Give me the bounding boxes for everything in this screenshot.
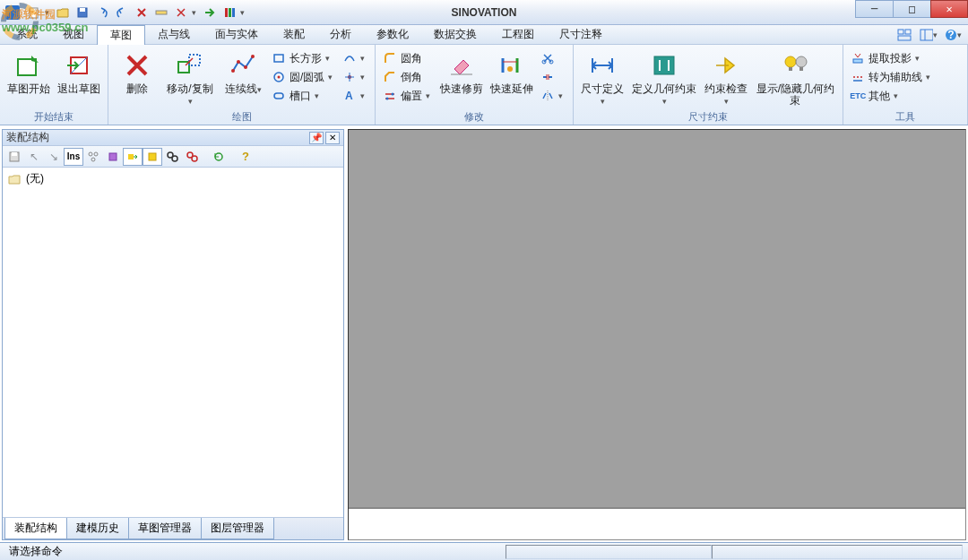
menu-analysis[interactable]: 分析 (317, 25, 364, 44)
fillet-button[interactable]: 圆角 (381, 49, 435, 67)
constraint-check-button[interactable]: 约束检查▾ (703, 49, 749, 109)
save-icon[interactable] (4, 148, 24, 166)
arrow2-icon[interactable]: ↘ (44, 148, 64, 166)
extract-proj-button[interactable]: 提取投影▾ (849, 49, 935, 67)
ins-button[interactable]: Ins (64, 148, 83, 166)
circle-arc-button[interactable]: 圆/圆弧▾ (270, 68, 337, 86)
goto-icon[interactable] (123, 148, 143, 166)
quick-trim-button[interactable]: 快速修剪 (438, 49, 485, 97)
qat-ruler-icon[interactable] (152, 4, 170, 22)
chamfer-button[interactable]: 倒角 (381, 68, 435, 86)
menu-drawing[interactable]: 工程图 (489, 25, 547, 44)
sketch-exit-button[interactable]: 退出草图 (56, 49, 102, 97)
tab-layer-manager[interactable]: 图层管理器 (201, 518, 274, 539)
qat-redo-icon[interactable] (113, 4, 131, 22)
delete-icon (123, 51, 151, 80)
qat-new-icon[interactable] (25, 4, 43, 22)
pin-icon[interactable]: 📌 (309, 132, 324, 144)
tab-sketch-manager[interactable]: 草图管理器 (128, 518, 202, 539)
find-next-icon[interactable] (182, 148, 202, 166)
find-icon[interactable] (162, 148, 182, 166)
point-icon (342, 70, 357, 84)
svg-point-26 (278, 76, 281, 79)
mirror-icon (540, 89, 555, 103)
svg-rect-11 (898, 36, 911, 40)
qat-layers-icon[interactable] (220, 4, 238, 22)
menu-parametric[interactable]: 参数化 (364, 25, 421, 44)
delete-button[interactable]: 删除 (114, 49, 160, 97)
svg-point-23 (251, 55, 255, 58)
layout-icon[interactable] (895, 27, 914, 43)
window-controls: ─ □ ✕ (855, 0, 968, 18)
menu-sketch[interactable]: 草图 (97, 25, 145, 45)
close-button[interactable]: ✕ (930, 0, 968, 18)
extra-modify-2[interactable] (539, 68, 567, 86)
3d-viewport[interactable] (348, 129, 966, 540)
maximize-button[interactable]: □ (893, 0, 930, 18)
help-icon[interactable]: ?▾ (945, 27, 964, 43)
menu-view[interactable]: 视图 (50, 25, 97, 44)
extra-modify-3[interactable]: ▾ (539, 87, 567, 105)
polyline-button[interactable]: 连续线▾ (220, 49, 266, 98)
show-hide-constraint-button[interactable]: 显示/隐藏几何约束 (753, 49, 837, 108)
etc-button[interactable]: ETC其他▾ (849, 87, 935, 105)
qat-undo-icon[interactable] (93, 4, 111, 22)
menu-data-exchange[interactable]: 数据交换 (421, 25, 489, 44)
dropdown-icon[interactable]: ▾ (45, 8, 52, 17)
tree-root-item[interactable]: (无) (8, 171, 338, 186)
svg-point-38 (785, 56, 796, 67)
app-icon[interactable] (5, 5, 20, 20)
dropdown-icon[interactable]: ▾ (192, 8, 199, 17)
close-panel-icon[interactable]: ✕ (325, 132, 340, 144)
chamfer-icon (383, 70, 397, 84)
offset-button[interactable]: 偏置▾ (381, 87, 435, 105)
tree-icon[interactable] (83, 148, 103, 166)
svg-rect-7 (229, 8, 231, 17)
refresh-icon[interactable] (209, 148, 229, 166)
assembly-structure-panel: 装配结构 📌 ✕ ↖ ↘ Ins ? (无) 装配结 (2, 129, 344, 540)
arrow1-icon[interactable]: ↖ (24, 148, 44, 166)
extra-draw-3[interactable]: A▾ (341, 87, 369, 105)
menu-system[interactable]: 系统 (4, 25, 50, 44)
scissors-icon (540, 51, 555, 65)
slot-button[interactable]: 槽口▾ (270, 87, 337, 105)
qat-delete-small-icon[interactable] (172, 4, 190, 22)
qat-save-icon[interactable] (73, 4, 91, 22)
sketch-start-icon (14, 51, 43, 80)
geo-constraint-button[interactable]: 定义几何约束▾ (629, 49, 699, 109)
quick-extend-button[interactable]: 快速延伸 (488, 49, 535, 97)
assembly-tree[interactable]: (无) (3, 168, 343, 517)
move-copy-button[interactable]: 移动/复制▾ (164, 49, 216, 109)
qat-delete-x-icon[interactable] (133, 4, 151, 22)
highlight-icon[interactable] (143, 148, 162, 166)
svg-rect-16 (18, 59, 36, 75)
minimize-button[interactable]: ─ (855, 0, 893, 18)
extra-draw-2[interactable]: ▾ (341, 68, 369, 86)
panel-header: 装配结构 📌 ✕ (3, 130, 343, 146)
offset-icon (383, 89, 397, 103)
tab-assembly-structure[interactable]: 装配结构 (4, 518, 67, 539)
rect-button[interactable]: 长方形▾ (270, 49, 337, 67)
help-toolbar-icon[interactable]: ? (236, 148, 255, 166)
tab-model-history[interactable]: 建模历史 (66, 518, 129, 539)
sketch-start-button[interactable]: 草图开始 (5, 49, 52, 97)
dropdown-icon[interactable]: ▾ (240, 8, 247, 17)
panel-icon[interactable]: ▾ (920, 27, 939, 43)
cube-icon[interactable] (103, 148, 123, 166)
ribbon-group-tools: 提取投影▾ 转为辅助线▾ ETC其他▾ 工具 (843, 45, 968, 125)
svg-rect-37 (654, 56, 674, 74)
dim-define-button[interactable]: 尺寸定义▾ (579, 49, 626, 109)
extra-draw-1[interactable]: ▾ (341, 49, 369, 67)
command-input[interactable] (707, 520, 958, 536)
status-pane-2 (712, 545, 963, 559)
qat-arrow-icon[interactable] (201, 4, 219, 22)
qat-open-icon[interactable] (54, 4, 72, 22)
panel-tabs: 装配结构 建模历史 草图管理器 图层管理器 (3, 517, 343, 539)
menu-surface-solid[interactable]: 面与实体 (203, 25, 271, 44)
svg-point-47 (91, 158, 95, 161)
menu-dimension[interactable]: 尺寸注释 (547, 25, 615, 44)
extra-modify-1[interactable] (539, 49, 567, 67)
menu-assembly[interactable]: 装配 (271, 25, 317, 44)
to-construction-button[interactable]: 转为辅助线▾ (849, 68, 935, 86)
menu-point-line[interactable]: 点与线 (145, 25, 203, 44)
